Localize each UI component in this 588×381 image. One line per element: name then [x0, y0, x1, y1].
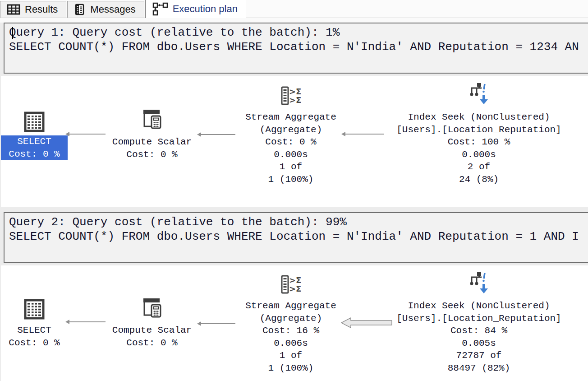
node-cost: Cost: 16 %	[232, 325, 349, 337]
node-rows-estimated: 24 (8%)	[395, 173, 563, 186]
query1-header-panel[interactable]: Query 1: Query cost (relative to the bat…	[4, 23, 588, 74]
node-label: SELECT	[1, 135, 68, 148]
node-label: Index Seek (NonClustered)	[395, 300, 563, 312]
node-cost: Cost: 84 %	[395, 325, 563, 337]
query2-cost-line: Query 2: Query cost (relative to the bat…	[5, 215, 588, 229]
q1-arrow-seek-to-aggregate[interactable]	[342, 134, 384, 135]
node-rows-actual: 2 of	[395, 161, 563, 173]
node-object: [Users].[Location_Reputation]	[395, 124, 563, 136]
node-rows-estimated: 1 (100%)	[232, 173, 349, 186]
query1-cost-line: Query 1: Query cost (relative to the bat…	[5, 25, 588, 40]
query2-plan-area: SELECT Cost: 0 %	[1, 265, 588, 381]
q1-arrow-compute-to-select[interactable]	[66, 134, 106, 135]
q2-node-stream-aggregate[interactable]: >Σ >Σ Stream Aggregate (Aggregate) Cost:…	[232, 274, 349, 374]
node-label: Stream Aggregate	[232, 111, 349, 124]
node-rows-actual: 1 of	[232, 161, 349, 173]
node-cost: Cost: 0 %	[232, 136, 349, 149]
results-pane-tab-bar: Results Messages	[0, 0, 588, 18]
content-top-strip	[0, 18, 588, 23]
node-object: [Users].[Location_Reputation]	[395, 312, 563, 325]
q1-node-select[interactable]: SELECT Cost: 0 %	[1, 112, 68, 160]
node-time: 0.000s	[232, 149, 349, 161]
tab-messages[interactable]: Messages	[67, 1, 144, 18]
q2-index-seek-labels: Index Seek (NonClustered) [Users].[Locat…	[395, 300, 563, 374]
node-label: Compute Scalar	[98, 324, 206, 337]
q2-arrow-compute-to-select[interactable]	[66, 321, 106, 322]
index-seek-icon	[468, 272, 490, 298]
execution-plan-screen: Results Messages	[0, 0, 588, 381]
node-rows-actual: 72787 of	[395, 349, 563, 362]
tab-results[interactable]: Results	[0, 1, 66, 18]
node-time: 0.000s	[395, 149, 563, 161]
node-label: Stream Aggregate	[232, 300, 349, 312]
q2-node-index-seek[interactable]: Index Seek (NonClustered) [Users].[Locat…	[395, 272, 563, 374]
tab-execution-plan[interactable]: Execution plan	[145, 0, 246, 18]
q2-stream-aggregate-labels: Stream Aggregate (Aggregate) Cost: 16 % …	[232, 300, 349, 374]
q2-node-compute-scalar[interactable]: Compute Scalar Cost: 0 %	[98, 296, 206, 349]
svg-text:>Σ: >Σ	[289, 87, 301, 96]
q1-stream-aggregate-labels: Stream Aggregate (Aggregate) Cost: 0 % 0…	[232, 111, 349, 186]
execution-plan-icon	[152, 2, 168, 16]
node-cost: Cost: 100 %	[395, 136, 563, 149]
query1-sql-line: SELECT COUNT(*) FROM dbo.Users WHERE Loc…	[5, 40, 588, 54]
stream-aggregate-icon: >Σ >Σ	[280, 274, 302, 296]
node-cost: Cost: 0 %	[1, 337, 68, 349]
node-time: 0.006s	[232, 337, 349, 350]
tab-execution-plan-label: Execution plan	[173, 3, 238, 15]
execution-plan-content: Query 1: Query cost (relative to the bat…	[0, 18, 588, 381]
q2-thick-arrow-seek-to-aggregate[interactable]	[341, 316, 392, 329]
q2-select-label-box: SELECT Cost: 0 %	[1, 324, 68, 349]
result-grid-icon	[24, 299, 45, 320]
query1-plan-area: SELECT Cost: 0 %	[1, 76, 588, 207]
compute-scalar-icon	[141, 296, 163, 319]
node-cost: Cost: 0 %	[98, 337, 206, 349]
node-label: Compute Scalar	[98, 136, 206, 149]
node-label: SELECT	[1, 324, 68, 337]
compute-scalar-icon	[141, 107, 163, 130]
tab-messages-label: Messages	[90, 4, 135, 15]
node-cost: Cost: 0 %	[98, 149, 206, 161]
node-rows-estimated: 88497 (82%)	[395, 362, 563, 375]
node-sublabel: (Aggregate)	[232, 124, 349, 136]
svg-text:>Σ: >Σ	[289, 284, 301, 293]
results-grid-icon	[7, 4, 20, 15]
text-cursor	[12, 27, 13, 39]
node-time: 0.005s	[395, 337, 563, 350]
query2-header-panel[interactable]: Query 2: Query cost (relative to the bat…	[4, 212, 588, 263]
node-sublabel: (Aggregate)	[232, 312, 349, 325]
q2-arrow-aggregate-to-compute[interactable]	[198, 323, 235, 324]
node-cost: Cost: 0 %	[1, 148, 68, 161]
q1-index-seek-labels: Index Seek (NonClustered) [Users].[Locat…	[395, 111, 563, 186]
svg-text:>Σ: >Σ	[289, 275, 301, 285]
q1-arrow-aggregate-to-compute[interactable]	[198, 134, 235, 135]
q1-compute-scalar-label-box: Compute Scalar Cost: 0 %	[98, 136, 206, 161]
tab-results-label: Results	[25, 4, 58, 15]
q2-node-select[interactable]: SELECT Cost: 0 %	[1, 299, 68, 349]
result-grid-icon	[24, 112, 45, 132]
q1-node-compute-scalar[interactable]: Compute Scalar Cost: 0 %	[98, 107, 206, 161]
svg-text:>Σ: >Σ	[289, 95, 301, 105]
q1-node-index-seek[interactable]: Index Seek (NonClustered) [Users].[Locat…	[395, 83, 563, 186]
query2-sql-line: SELECT COUNT(*) FROM dbo.Users WHERE Loc…	[5, 229, 588, 244]
node-label: Index Seek (NonClustered)	[395, 111, 563, 124]
node-rows-actual: 1 of	[232, 349, 349, 362]
messages-icon	[74, 4, 86, 16]
q2-compute-scalar-label-box: Compute Scalar Cost: 0 %	[98, 324, 206, 349]
index-seek-icon	[468, 83, 490, 109]
q1-select-label-box: SELECT Cost: 0 %	[1, 135, 68, 160]
stream-aggregate-icon: >Σ >Σ	[280, 86, 302, 107]
q1-node-stream-aggregate[interactable]: >Σ >Σ Stream Aggregate (Aggregate) Cost:…	[232, 86, 349, 186]
node-rows-estimated: 1 (100%)	[232, 362, 349, 375]
